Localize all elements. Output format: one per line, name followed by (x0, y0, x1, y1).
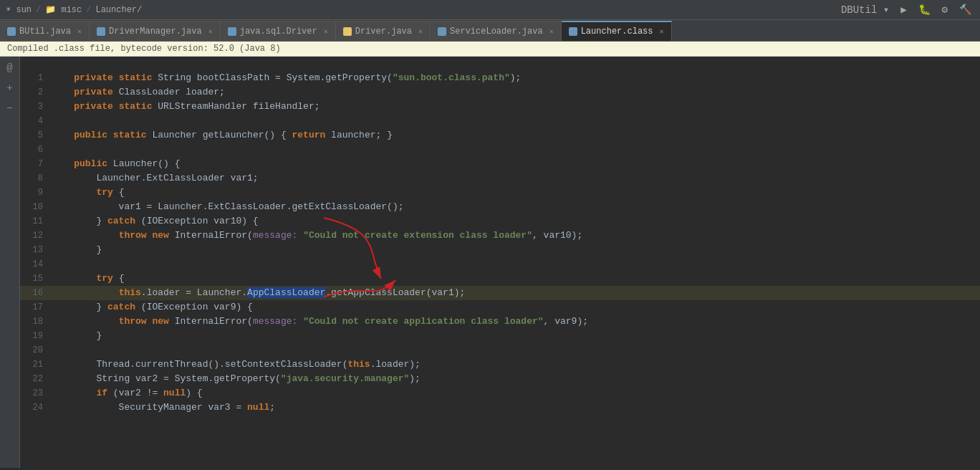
tab-close-launcher[interactable]: ✕ (660, 27, 664, 36)
line-number: 5 (23, 128, 52, 143)
keyword: try (96, 187, 112, 198)
code-token (107, 130, 113, 140)
tab-close-sqldriver[interactable]: ✕ (324, 27, 328, 36)
tab-icon-drivermanager (97, 27, 105, 36)
code-token: } (52, 216, 107, 226)
code-token (52, 273, 96, 284)
code-line: 18 throw new InternalError(message: "Cou… (20, 315, 980, 329)
expand-icon[interactable]: + (6, 82, 12, 94)
build-button[interactable]: 🔨 (956, 2, 974, 17)
code-text: } (52, 243, 980, 257)
code-line: 13 } (20, 243, 980, 257)
line-number: 9 (23, 186, 52, 200)
code-line: 16 this.loader = Launcher.AppClassLoader… (20, 286, 980, 300)
tab-label-butil: BUtil.java (19, 27, 71, 37)
string-literal: "sun.boot.class.path" (393, 72, 510, 83)
line-number: 14 (23, 257, 52, 272)
code-token (52, 230, 119, 241)
tab-close-drivermanager[interactable]: ✕ (208, 27, 213, 36)
tab-close-serviceloader[interactable]: ✕ (549, 27, 554, 36)
code-line: 19 } (20, 329, 980, 343)
code-text: throw new InternalError(message: "Could … (52, 229, 980, 243)
code-token (52, 87, 74, 97)
tab-launcher[interactable]: Launcher.class ✕ (562, 21, 672, 41)
line-number: 3 (23, 100, 52, 114)
breadcrumb-sun: ☀ sun (6, 4, 32, 15)
code-text: throw new InternalError(message: "Could … (52, 315, 980, 329)
keyword: new (152, 230, 168, 241)
code-text: Launcher.ExtClassLoader var1; (52, 171, 980, 186)
play-button[interactable]: ▶ (898, 2, 909, 17)
breadcrumb-launcher: Launcher/ (95, 5, 142, 15)
code-token: } (52, 302, 107, 312)
code-line: 12 throw new InternalError(message: "Cou… (20, 229, 980, 243)
keyword: static (119, 101, 153, 112)
code-token: } (52, 330, 102, 341)
line-number: 13 (23, 243, 52, 257)
tab-close-driver[interactable]: ✕ (418, 27, 423, 36)
tab-icon-serviceloader (438, 27, 446, 36)
code-text: String var2 = System.getProperty("java.s… (52, 372, 980, 386)
line-number: 23 (23, 386, 52, 401)
code-token (52, 72, 74, 83)
code-text: private static URLStreamHandler fileHand… (52, 100, 980, 114)
collapse-icon[interactable]: − (6, 102, 12, 114)
settings-button[interactable]: ⚙ (939, 2, 951, 17)
code-token: (var2 != (107, 388, 163, 398)
tab-serviceloader[interactable]: ServiceLoader.java ✕ (431, 21, 562, 41)
code-text: SecurityManager var3 = null; (52, 401, 980, 415)
code-token: Launcher.ExtClassLoader var1; (52, 173, 259, 183)
keyword: catch (107, 302, 135, 312)
code-token: , var9); (544, 316, 588, 327)
code-area[interactable]: 1 private static String bootClassPath = … (20, 57, 980, 468)
parameter: message: (253, 316, 297, 327)
line-number: 12 (23, 229, 52, 243)
keyword: private (74, 87, 113, 97)
line-number: 22 (23, 372, 52, 386)
code-content: 1 private static String bootClassPath = … (20, 57, 980, 415)
code-line: 10 var1 = Launcher.ExtClassLoader.getExt… (20, 200, 980, 214)
code-text: } catch (IOException var9) { (52, 300, 980, 315)
keyword: if (96, 388, 107, 398)
left-sidebar: @ + − (0, 57, 20, 468)
code-token: Thread.currentThread().setContextClassLo… (52, 359, 347, 370)
tab-driver[interactable]: Driver.java ✕ (336, 21, 431, 41)
code-text: var1 = Launcher.ExtClassLoader.getExtCla… (52, 200, 980, 214)
tab-close-butil[interactable]: ✕ (77, 27, 82, 36)
keyword: null (163, 388, 186, 398)
code-line: 7 public Launcher() { (20, 157, 980, 171)
keyword: throw (119, 316, 147, 327)
keyword: static (119, 72, 153, 83)
code-token: .loader); (370, 359, 421, 370)
line-number: 15 (23, 272, 52, 286)
keyword: this (347, 359, 370, 370)
tab-label-drivermanager: DriverManager.java (109, 27, 202, 37)
debug-button[interactable]: 🐛 (916, 2, 933, 17)
code-token: String var2 = System.getProperty( (52, 373, 281, 384)
line-number: 17 (23, 300, 52, 315)
code-line: 2 private ClassLoader loader; (20, 85, 980, 100)
code-token: InternalError( (169, 230, 253, 241)
tab-sqldriver[interactable]: java.sql.Driver ✕ (221, 21, 336, 41)
keyword: private (74, 101, 113, 112)
code-token: , var10); (532, 230, 582, 241)
keyword: private (74, 72, 113, 83)
code-line: 14 (20, 257, 980, 272)
dbutir-button[interactable]: DBUtil ▾ (838, 2, 892, 17)
code-token: String bootClassPath = System.getPropert… (152, 72, 392, 83)
keyword: return (292, 130, 326, 140)
string-literal: "Could not create application class load… (303, 316, 543, 327)
tab-drivermanager[interactable]: DriverManager.java ✕ (90, 21, 221, 41)
code-line: 15 try { (20, 272, 980, 286)
line-number: 19 (23, 329, 52, 343)
bookmark-icon[interactable]: @ (6, 62, 12, 74)
code-line: 11 } catch (IOException var10) { (20, 214, 980, 229)
code-token: launcher; } (325, 130, 393, 140)
code-token: ); (409, 373, 421, 384)
line-number: 18 (23, 315, 52, 329)
code-token (297, 230, 303, 241)
breadcrumb: ☀ sun / 📁 misc / Launcher/ (6, 4, 142, 15)
code-token: .getAppClassLoader(var1); (325, 287, 465, 298)
tab-butil[interactable]: BUtil.java ✕ (0, 21, 90, 41)
tab-icon-driver (343, 27, 352, 36)
